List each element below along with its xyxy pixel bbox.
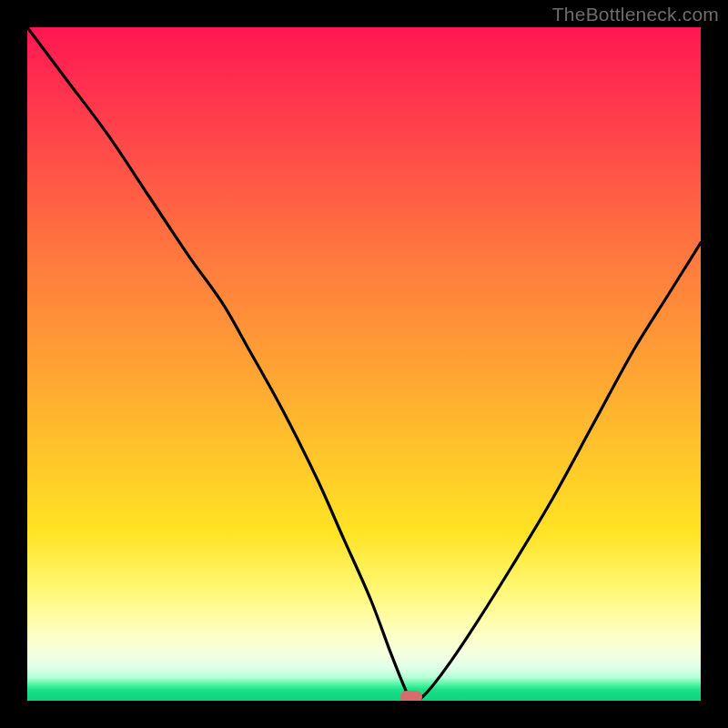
bottleneck-curve — [27, 27, 701, 701]
curve-path — [27, 27, 701, 701]
chart-frame: TheBottleneck.com — [0, 0, 728, 728]
watermark-label: TheBottleneck.com — [552, 4, 719, 25]
plot-area — [27, 27, 701, 701]
optimal-point-marker — [400, 691, 422, 701]
